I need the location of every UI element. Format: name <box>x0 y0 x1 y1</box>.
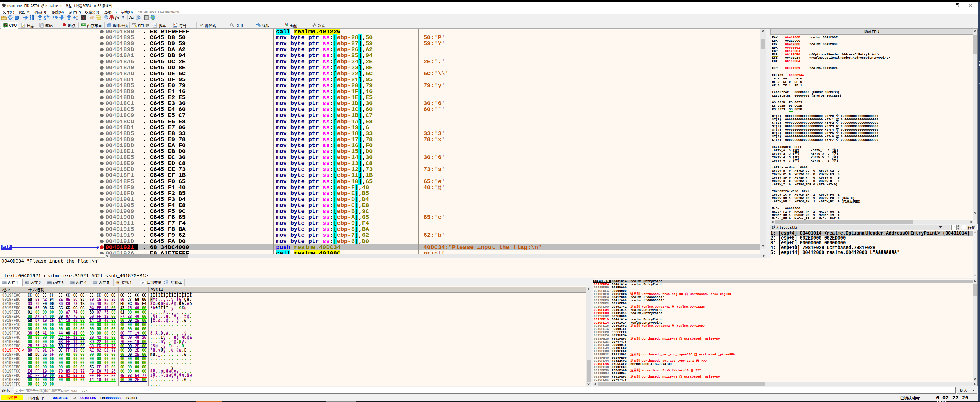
svg-text:x=: x= <box>141 281 145 284</box>
svg-text:<>: <> <box>153 24 156 26</box>
svg-text:32: 32 <box>5 24 7 26</box>
svg-text:<>: <> <box>199 23 203 27</box>
